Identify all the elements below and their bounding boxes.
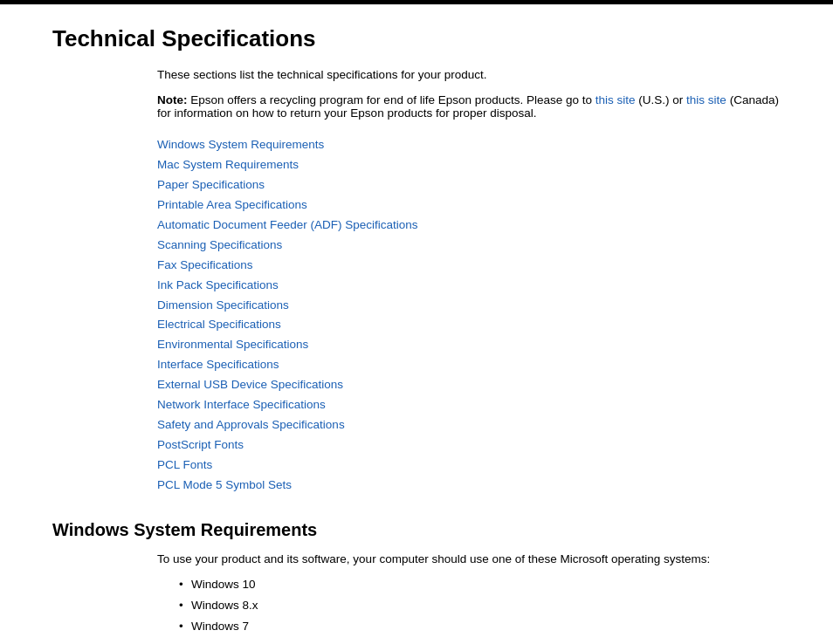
toc-item[interactable]: Network Interface Specifications (157, 395, 781, 415)
page-container: Technical Specifications These sections … (0, 0, 833, 644)
toc-item[interactable]: Fax Specifications (157, 256, 781, 276)
recycling-link-canada[interactable]: this site (686, 93, 726, 106)
toc-item[interactable]: PCL Mode 5 Symbol Sets (157, 476, 781, 496)
toc-item[interactable]: Interface Specifications (157, 355, 781, 375)
toc-item[interactable]: Safety and Approvals Specifications (157, 415, 781, 435)
toc-item[interactable]: Paper Specifications (157, 175, 781, 195)
toc-item[interactable]: External USB Device Specifications (157, 375, 781, 395)
toc-item[interactable]: Windows System Requirements (157, 135, 781, 155)
page-title: Technical Specifications (52, 25, 781, 52)
note-text-before-link1: Epson offers a recycling program for end… (190, 93, 595, 106)
intro-text: These sections list the technical specif… (157, 68, 781, 81)
bullet-item: Windows 7 (179, 616, 781, 637)
toc-item[interactable]: Ink Pack Specifications (157, 276, 781, 296)
toc-item[interactable]: Environmental Specifications (157, 335, 781, 355)
top-rule (0, 0, 833, 4)
toc-item[interactable]: Printable Area Specifications (157, 195, 781, 216)
toc-item[interactable]: Mac System Requirements (157, 155, 781, 175)
toc-item[interactable]: PCL Fonts (157, 456, 781, 476)
toc-list: Windows System RequirementsMac System Re… (157, 135, 781, 496)
toc-item[interactable]: Electrical Specifications (157, 315, 781, 335)
recycling-link-us[interactable]: this site (595, 93, 636, 106)
bullet-item: Windows 10 (179, 574, 781, 595)
toc-item[interactable]: Scanning Specifications (157, 236, 781, 256)
bullet-item: Windows Vista (179, 638, 781, 644)
bullet-item: Windows 8.x (179, 595, 781, 616)
note-text-between-links: (U.S.) or (638, 93, 686, 106)
windows-section-intro: To use your product and its software, yo… (157, 552, 781, 565)
content-area: Technical Specifications These sections … (0, 25, 833, 644)
note-block: Note: Epson offers a recycling program f… (157, 93, 781, 120)
note-label: Note: (157, 93, 188, 106)
windows-bullet-list: Windows 10Windows 8.xWindows 7Windows Vi… (179, 574, 781, 644)
windows-section-title: Windows System Requirements (52, 520, 781, 540)
toc-item[interactable]: Dimension Specifications (157, 296, 781, 316)
toc-item[interactable]: Automatic Document Feeder (ADF) Specific… (157, 216, 781, 236)
toc-item[interactable]: PostScript Fonts (157, 435, 781, 456)
